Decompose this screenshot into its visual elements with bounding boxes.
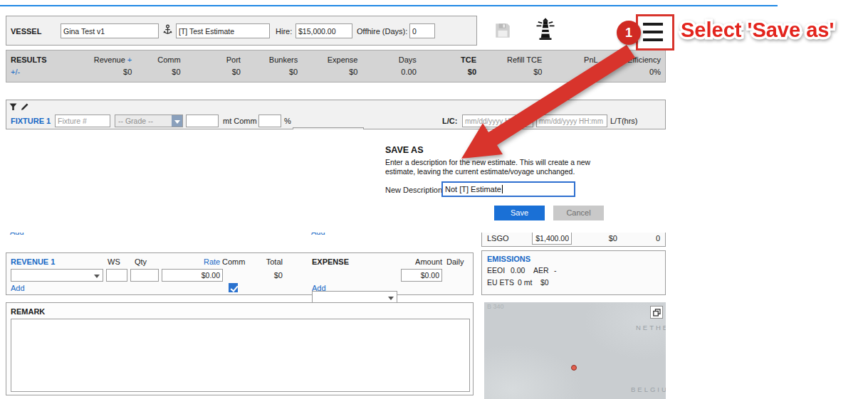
vessel-label: VESSEL — [11, 27, 41, 36]
rate-header[interactable]: Rate — [204, 257, 220, 266]
map-label-belgium: BELGIU — [631, 385, 666, 393]
rate-comm-checkbox[interactable] — [229, 283, 238, 292]
laycan-label: L/C: — [442, 117, 457, 125]
lighthouse-icon[interactable] — [535, 17, 556, 41]
new-description-input[interactable]: Not [T] Estimate — [441, 181, 575, 197]
expand-window-icon — [653, 309, 661, 316]
offhire-label: Offhire (Days): — [357, 27, 407, 36]
results-col-value: $0 — [56, 68, 132, 76]
qty-input[interactable] — [130, 269, 159, 282]
results-col-value: $0 — [478, 68, 542, 76]
map-expand-button[interactable] — [650, 306, 663, 319]
results-col-label: Days — [360, 55, 417, 64]
offhire-input[interactable] — [409, 23, 435, 38]
daily-header: Daily — [446, 257, 464, 266]
remark-box: REMARK — [6, 302, 474, 395]
results-col-value: 0.00 — [360, 68, 417, 76]
expense-amount-input[interactable] — [401, 269, 442, 282]
bunker-price-input[interactable] — [532, 232, 572, 245]
add-expense-link[interactable]: Add — [312, 284, 326, 293]
remark-title: REMARK — [11, 307, 45, 316]
results-col-label: Expense — [299, 55, 357, 64]
total-header: Total — [263, 257, 283, 266]
revenue-total-value: $0 — [256, 271, 283, 280]
results-bar: RESULTS +/- Revenue + $0 Comm $0 Port $0… — [6, 50, 666, 83]
annotation-callout-text: Select 'Save as' — [681, 18, 834, 41]
results-col-value: $0 — [544, 68, 598, 76]
results-col-label: Port — [182, 55, 241, 64]
text-caret — [502, 185, 503, 193]
dialog-title: SAVE AS — [385, 145, 424, 155]
qty-header: Qty — [135, 257, 147, 266]
fixture-bar: FIXTURE 1 -- Grade -- mt Comm % -- Chart… — [6, 100, 666, 129]
results-col-label: Refill TCE — [478, 55, 542, 64]
results-col-value: $0 — [182, 68, 241, 76]
revenue-title: REVENUE 1 — [11, 257, 55, 266]
results-col-value: $0 — [299, 68, 357, 76]
emissions-title: EMISSIONS — [487, 255, 530, 263]
save-icon[interactable] — [493, 21, 512, 40]
laytime-hours-label: L/T(hrs) — [610, 117, 638, 125]
filter-icon[interactable] — [9, 103, 17, 111]
emissions-box: EMISSIONS EEOI 0.00 AER - EU ETS 0 mt $0 — [481, 250, 666, 295]
results-col-label: Comm — [134, 55, 181, 64]
euets-cost: $0 — [540, 278, 549, 287]
annotation-step-badge: 1 — [617, 21, 641, 45]
hire-label: Hire: — [276, 27, 292, 36]
results-col-value: $0 — [134, 68, 181, 76]
ws-header: WS — [108, 257, 120, 266]
results-col-value: 0% — [600, 68, 661, 76]
new-description-label: New Description — [385, 186, 442, 194]
anchor-icon[interactable] — [163, 24, 172, 36]
results-col-label: Bunkers — [242, 55, 298, 64]
estimate-name-input[interactable] — [176, 23, 270, 38]
bunker-grade-label: LSGO — [487, 234, 509, 243]
cargo-qty-input[interactable] — [186, 115, 219, 127]
rate-input[interactable] — [162, 269, 223, 282]
results-col-label: Efficiency — [600, 55, 661, 64]
grade-select[interactable]: -- Grade -- — [115, 115, 183, 127]
results-col-label: PnL — [544, 55, 598, 64]
dialog-description: Enter a description for the new estimate… — [385, 158, 612, 176]
ws-input[interactable] — [106, 269, 127, 282]
vessel-name-input[interactable] — [61, 23, 159, 38]
euets-label: EU ETS — [487, 278, 514, 287]
edit-pencil-icon[interactable] — [21, 102, 29, 111]
vessel-bar: VESSEL Hire: Offhire (Days): — [6, 16, 477, 46]
chevron-down-icon — [172, 115, 182, 127]
revenue-plus-toggle[interactable]: + — [127, 55, 132, 64]
results-col-label: Revenue + — [56, 55, 132, 64]
laycan-to-input[interactable] — [536, 115, 607, 127]
annotation-callout: Select 'Save as' — [675, 10, 868, 48]
annotation-highlight-box — [636, 14, 674, 50]
app-canvas: VESSEL Hire: Offhire (Days): — [0, 0, 868, 399]
map-port-marker — [571, 365, 577, 371]
add-revenue-link[interactable]: Add — [11, 284, 25, 293]
amount-header: Amount — [414, 257, 442, 266]
eeoi-value: 0.00 — [511, 266, 525, 275]
fixture-number-input[interactable] — [55, 115, 110, 127]
comm-input[interactable] — [258, 115, 281, 127]
remark-textarea[interactable] — [11, 319, 470, 392]
window-top-border — [0, 5, 778, 6]
save-button[interactable]: Save — [494, 206, 545, 220]
cancel-button[interactable]: Cancel — [553, 206, 604, 220]
hire-input[interactable] — [296, 23, 352, 38]
aer-label: AER — [533, 266, 549, 275]
aer-value: - — [554, 266, 557, 275]
map[interactable]: B 340 NETHE BELGIU — [484, 302, 666, 399]
save-as-dialog: SAVE AS Enter a description for the new … — [0, 129, 705, 233]
results-plusminus-toggle[interactable]: +/- — [11, 68, 55, 76]
revenue-expense-box: REVENUE 1 WS Qty Rate Comm Total EXPENSE… — [6, 252, 474, 295]
percent-label: % — [284, 117, 291, 125]
chevron-down-icon — [94, 275, 100, 281]
revenue-type-select[interactable] — [11, 269, 103, 282]
laycan-from-input[interactable] — [462, 115, 533, 127]
results-title: RESULTS — [11, 55, 55, 64]
results-col-value: $0 — [242, 68, 298, 76]
bunker-qty-value: 0 — [637, 234, 660, 243]
map-corner-label: B 340 — [487, 303, 504, 310]
map-label-netherlands: NETHE — [636, 324, 666, 331]
bunker-cost-value: $0 — [589, 234, 617, 243]
results-col-label: TCE — [418, 55, 476, 64]
